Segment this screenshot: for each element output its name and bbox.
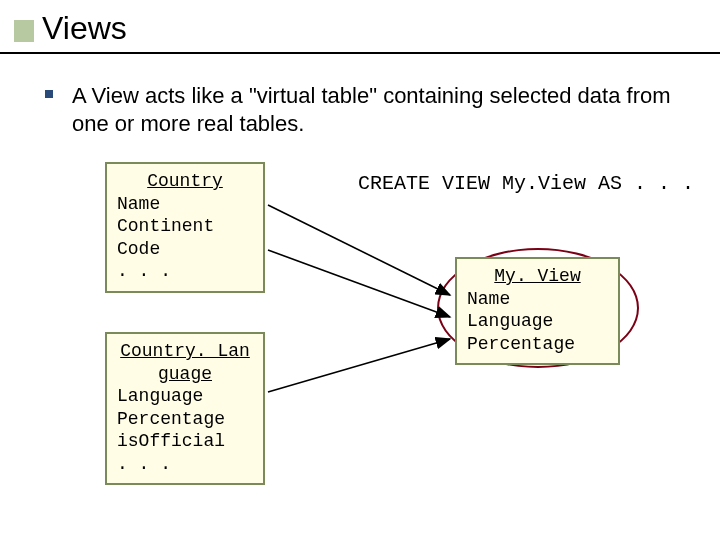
table-row: Continent (117, 215, 253, 238)
table-country: Country Name Continent Code . . . (105, 162, 265, 293)
table-row: Language (467, 310, 608, 333)
body-text: A View acts like a "virtual table" conta… (72, 82, 672, 138)
table-row: . . . (117, 453, 253, 476)
table-country-title: Country (117, 170, 253, 193)
svg-line-1 (268, 250, 450, 317)
table-row: isOfficial (117, 430, 253, 453)
svg-line-0 (268, 205, 450, 295)
sql-statement: CREATE VIEW My.View AS . . . (358, 172, 694, 195)
table-row: Language (117, 385, 253, 408)
table-row: Percentage (467, 333, 608, 356)
table-myview-title: My. View (467, 265, 608, 288)
table-row: Percentage (117, 408, 253, 431)
table-country-language: Country. Lan guage Language Percentage i… (105, 332, 265, 485)
slide-title: Views (42, 10, 127, 47)
accent-square (14, 20, 34, 42)
table-country-language-title2: guage (117, 363, 253, 386)
table-row: Code (117, 238, 253, 261)
table-country-language-title1: Country. Lan (117, 340, 253, 363)
title-underline (0, 52, 720, 54)
svg-line-2 (268, 339, 450, 392)
table-row: . . . (117, 260, 253, 283)
table-myview: My. View Name Language Percentage (455, 257, 620, 365)
table-row: Name (467, 288, 608, 311)
table-row: Name (117, 193, 253, 216)
bullet-icon (45, 90, 53, 98)
